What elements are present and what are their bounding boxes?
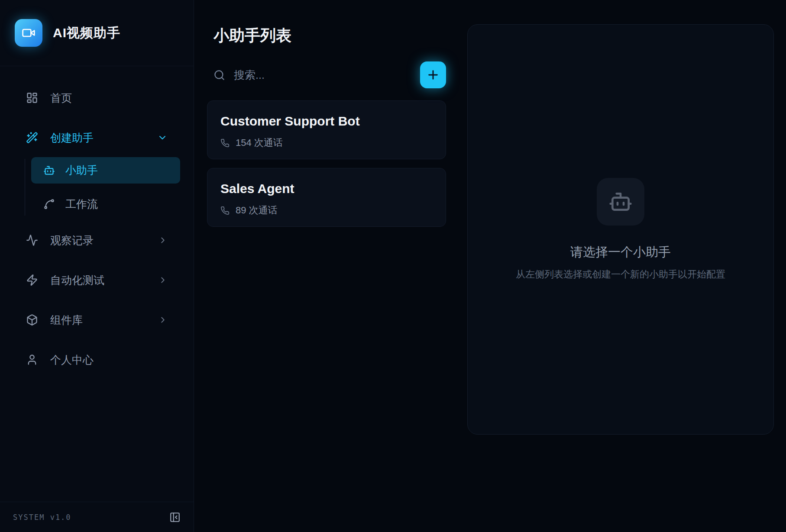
sidebar-item-records[interactable]: 观察记录 <box>10 227 183 254</box>
video-camera-icon <box>22 26 36 40</box>
sidebar-item-profile[interactable]: 个人中心 <box>10 346 183 373</box>
box-icon <box>26 314 38 326</box>
detail-column: 请选择一个小助手 从左侧列表选择或创建一个新的小助手以开始配置 <box>467 0 786 532</box>
sidebar-item-components[interactable]: 组件库 <box>10 306 183 333</box>
chevron-right-icon <box>158 275 168 285</box>
sidebar-item-home[interactable]: 首页 <box>10 84 183 111</box>
system-version: SYSTEM v1.0 <box>13 513 71 522</box>
search-row <box>213 61 446 89</box>
assistant-list-panel: 小助手列表 Customer Support Bot 154 次通话 Sales… <box>194 0 467 532</box>
call-count: 89 次通话 <box>236 204 278 217</box>
sidebar: AI视频助手 首页 创建助手 小助手 <box>0 0 194 532</box>
sidebar-item-label: 首页 <box>50 91 72 105</box>
collapse-sidebar-button[interactable] <box>169 512 181 523</box>
empty-state-title: 请选择一个小助手 <box>570 244 671 261</box>
sidebar-subitem-workflow[interactable]: 工作流 <box>31 191 180 217</box>
bot-icon <box>43 164 55 176</box>
chevron-right-icon <box>158 315 168 325</box>
assistant-card[interactable]: Customer Support Bot 154 次通话 <box>207 100 446 159</box>
assistant-name: Sales Agent <box>220 181 433 196</box>
spline-icon <box>43 198 55 210</box>
dashboard-icon <box>26 92 38 104</box>
assistant-name: Customer Support Bot <box>220 114 433 129</box>
app-logo <box>15 19 42 47</box>
sidebar-subitem-label: 工作流 <box>65 197 98 211</box>
sidebar-item-create-assistant[interactable]: 创建助手 <box>10 124 183 151</box>
sidebar-footer: SYSTEM v1.0 <box>0 502 194 532</box>
chevron-right-icon <box>158 235 168 245</box>
panel-collapse-icon <box>169 512 181 523</box>
bot-icon <box>608 190 633 214</box>
create-assistant-submenu: 小助手 工作流 <box>10 157 183 217</box>
search-icon <box>213 69 225 81</box>
assistant-detail-panel: 请选择一个小助手 从左侧列表选择或创建一个新的小助手以开始配置 <box>467 24 774 435</box>
app-title: AI视频助手 <box>53 24 120 42</box>
sidebar-subitem-label: 小助手 <box>65 163 98 177</box>
search-input[interactable] <box>234 69 420 81</box>
sidebar-subitem-assistant[interactable]: 小助手 <box>31 157 180 184</box>
call-count: 154 次通话 <box>236 136 283 149</box>
sidebar-nav: 首页 创建助手 小助手 工作流 <box>0 66 194 502</box>
sidebar-item-label: 个人中心 <box>50 353 94 367</box>
sidebar-item-label: 创建助手 <box>50 131 94 145</box>
sidebar-item-label: 组件库 <box>50 313 83 327</box>
sidebar-item-label: 观察记录 <box>50 233 94 248</box>
assistant-card[interactable]: Sales Agent 89 次通话 <box>207 168 446 227</box>
activity-icon <box>26 234 38 246</box>
empty-state-subtitle: 从左侧列表选择或创建一个新的小助手以开始配置 <box>516 268 725 281</box>
zap-icon <box>26 274 38 286</box>
add-assistant-button[interactable] <box>420 61 446 88</box>
page-title: 小助手列表 <box>213 25 446 46</box>
sidebar-item-label: 自动化测试 <box>50 273 104 287</box>
plus-icon <box>426 68 440 82</box>
assistant-meta: 154 次通话 <box>220 136 433 149</box>
phone-icon <box>220 206 230 215</box>
sidebar-item-testing[interactable]: 自动化测试 <box>10 267 183 293</box>
wand-sparkles-icon <box>26 132 38 144</box>
phone-icon <box>220 139 230 148</box>
sidebar-header: AI视频助手 <box>0 0 194 66</box>
chevron-down-icon <box>157 132 168 143</box>
empty-state-icon-box <box>597 178 644 226</box>
user-icon <box>26 354 38 366</box>
assistant-meta: 89 次通话 <box>220 204 433 217</box>
